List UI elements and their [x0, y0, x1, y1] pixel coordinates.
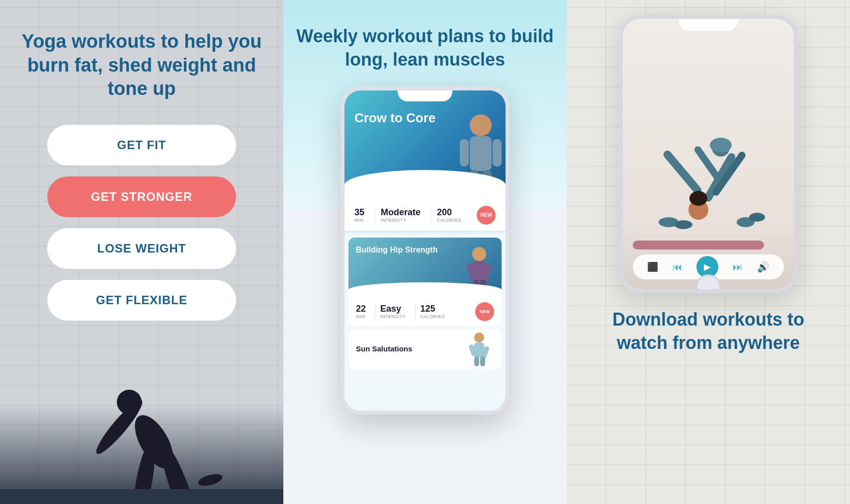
next-track-icon[interactable]: ⏭ — [733, 261, 743, 273]
wave-divider — [344, 231, 506, 235]
separator1 — [374, 208, 375, 223]
card1-wave — [344, 170, 506, 200]
svg-point-35 — [689, 191, 707, 206]
right-heading: Download workouts to watch from anywhere — [567, 308, 850, 355]
workout-card-crow-to-core[interactable]: Crow to Core — [344, 90, 506, 200]
card2-header: Building Hip Strength — [348, 238, 502, 297]
card3-content: Sun Salutations — [356, 344, 464, 353]
svg-rect-6 — [0, 489, 283, 504]
lose-weight-button[interactable]: LOSE WEIGHT — [47, 228, 236, 269]
svg-point-7 — [470, 114, 492, 136]
svg-rect-26 — [662, 149, 703, 196]
screen-icon[interactable]: ⬛ — [647, 261, 658, 272]
svg-rect-24 — [480, 356, 485, 366]
left-panel: Yoga workouts to help you burn fat, shed… — [0, 0, 283, 504]
get-stronger-button[interactable]: GET STRONGER — [47, 176, 236, 217]
phone-mockup-right: ⬛ ⏮ ▶ ⏭ 🔊 — [619, 15, 798, 293]
left-content: Yoga workouts to help you burn fat, shed… — [0, 0, 283, 351]
phone-notch-right — [679, 19, 738, 31]
separator2 — [430, 208, 431, 223]
card2-minutes: 22 MIN — [356, 304, 366, 319]
card2-intensity: Easy INTENSITY — [380, 304, 406, 319]
get-flexible-button[interactable]: GET FLEXIBLE — [47, 280, 236, 321]
card2-info: 22 MIN Easy INTENSITY 125 CALORIES NEW — [348, 297, 502, 326]
card2-new-badge: NEW — [475, 302, 494, 321]
svg-point-13 — [472, 247, 486, 261]
svg-point-31 — [675, 220, 692, 229]
svg-point-36 — [710, 138, 732, 153]
workout-card-sun-salutations[interactable]: Sun Salutations — [348, 329, 502, 369]
card1-title: Crow to Core — [354, 110, 435, 126]
left-heading: Yoga workouts to help you burn fat, shed… — [20, 30, 263, 101]
svg-rect-9 — [460, 139, 469, 167]
sep4 — [415, 304, 416, 319]
yoga-downdog-figure — [628, 118, 789, 247]
get-fit-button[interactable]: GET FIT — [47, 125, 236, 166]
svg-rect-8 — [470, 136, 492, 171]
svg-point-2 — [197, 472, 223, 488]
card3-figure — [464, 332, 494, 366]
phone-mockup-center: Crow to Core 35 MIN — [340, 86, 510, 415]
phone-notch-center — [398, 90, 452, 101]
card2-calories: 125 CALORIES — [421, 304, 445, 319]
card1-calories: 200 CALORIES — [437, 207, 462, 223]
svg-point-33 — [749, 213, 765, 222]
card1-info-bar: 35 MIN Moderate INTENSITY 200 CALORIES N… — [344, 200, 506, 231]
svg-rect-10 — [493, 139, 502, 167]
phone-screen-center: Crow to Core 35 MIN — [344, 90, 506, 411]
card2-wave — [348, 282, 502, 297]
workout-card-hip-strength[interactable]: Building Hip Strength 22 — [348, 238, 502, 326]
svg-rect-23 — [474, 356, 479, 366]
yoga-video-screen: ⬛ ⏮ ▶ ⏭ 🔊 — [623, 19, 794, 289]
volume-icon[interactable]: 🔊 — [757, 261, 769, 273]
card2-title: Building Hip Strength — [356, 245, 437, 254]
svg-point-5 — [117, 390, 142, 415]
center-panel: Weekly workout plans to build long, lean… — [283, 0, 567, 504]
prev-track-icon[interactable]: ⏮ — [673, 261, 682, 273]
card1-minutes: 35 MIN — [354, 207, 364, 223]
sep3 — [375, 304, 375, 319]
right-panel: ⬛ ⏮ ▶ ⏭ 🔊 Download workouts to watch fro… — [567, 0, 850, 504]
svg-point-19 — [474, 333, 484, 342]
center-heading: Weekly workout plans to build long, lean… — [293, 25, 557, 72]
card1-new-badge: NEW — [477, 206, 496, 225]
card1-intensity: Moderate INTENSITY — [381, 207, 421, 223]
card3-title: Sun Salutations — [356, 344, 464, 353]
